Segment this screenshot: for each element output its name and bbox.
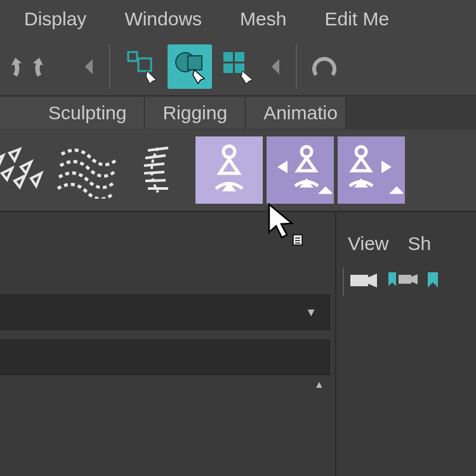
svg-marker-17 (2, 168, 12, 180)
svg-marker-41 (368, 274, 377, 288)
select-grid-button[interactable] (216, 44, 260, 89)
dropdown-field-1[interactable]: ▼ (0, 294, 330, 330)
svg-marker-38 (381, 161, 392, 173)
menu-edit-mesh[interactable]: Edit Me (305, 4, 408, 34)
svg-rect-7 (188, 56, 202, 70)
svg-marker-8 (193, 70, 204, 84)
svg-marker-5 (146, 71, 156, 84)
svg-rect-40 (350, 275, 368, 286)
main-toolbar (0, 38, 476, 95)
svg-marker-15 (0, 155, 3, 167)
viewport-panel: View Sh (335, 212, 476, 476)
chevron-down-icon: ▼ (305, 306, 317, 319)
svg-marker-20 (31, 173, 41, 186)
dropdown-field-2[interactable] (0, 340, 330, 375)
tab-rigging[interactable]: Rigging (145, 97, 246, 129)
svg-rect-10 (235, 52, 244, 62)
svg-rect-11 (223, 63, 233, 73)
panel-menu-view[interactable]: View (348, 233, 388, 255)
toolbar-separator (343, 268, 344, 296)
menu-windows[interactable]: Windows (105, 4, 221, 34)
separator-handle-icon[interactable] (264, 44, 287, 89)
camera-icon[interactable] (349, 271, 380, 293)
shelf-strip (0, 129, 476, 212)
shelf-wave-icon[interactable] (53, 136, 121, 204)
panel-menu-shading[interactable]: Sh (407, 233, 431, 255)
svg-marker-34 (322, 188, 329, 192)
redo-button[interactable] (29, 44, 74, 89)
svg-rect-3 (128, 52, 137, 61)
svg-marker-32 (298, 158, 315, 171)
svg-marker-13 (241, 71, 253, 84)
chevron-up-icon[interactable]: ▲ (314, 379, 324, 390)
toolbar-separator (296, 44, 297, 89)
svg-marker-43 (411, 274, 418, 284)
bookmark-icon[interactable] (424, 270, 443, 294)
menu-display[interactable]: Display (5, 4, 105, 34)
lower-area: ▼ ▲ View Sh (0, 212, 476, 476)
tab-animation[interactable]: Animatio (246, 97, 346, 129)
shelf-tabs: Sculpting Rigging Animatio (0, 95, 476, 129)
svg-marker-19 (15, 176, 25, 187)
svg-marker-14 (272, 59, 279, 74)
svg-line-25 (145, 180, 166, 181)
undo-button[interactable] (0, 44, 25, 89)
svg-point-31 (301, 147, 312, 157)
shelf-flock-icon[interactable] (0, 136, 50, 204)
menu-mesh[interactable]: Mesh (221, 4, 305, 34)
svg-marker-18 (21, 162, 31, 173)
svg-marker-2 (85, 59, 93, 74)
toolbar-separator (109, 44, 110, 89)
svg-point-35 (356, 147, 366, 157)
separator-handle-icon[interactable] (77, 44, 100, 89)
tab-sculpting[interactable]: Sculpting (0, 97, 145, 129)
shelf-spine-icon[interactable] (124, 136, 192, 204)
svg-rect-42 (399, 275, 411, 284)
svg-line-21 (148, 148, 168, 150)
shelf-ik-back-button[interactable] (338, 136, 405, 204)
svg-marker-36 (352, 158, 370, 171)
svg-line-24 (144, 172, 164, 173)
viewport-menubar: View Sh (336, 228, 476, 260)
main-menubar: Display Windows Mesh Edit Me (0, 0, 476, 38)
shelf-humanik-button[interactable] (195, 136, 263, 204)
svg-point-27 (223, 146, 235, 157)
svg-marker-28 (220, 159, 239, 173)
bookmark-camera-icon[interactable] (385, 270, 419, 294)
svg-marker-29 (225, 185, 233, 190)
svg-marker-30 (277, 161, 288, 173)
svg-marker-16 (10, 149, 20, 161)
svg-line-23 (144, 164, 164, 166)
select-circle-button[interactable] (168, 44, 212, 89)
attribute-panel: ▼ ▲ (0, 212, 322, 476)
shelf-ik-forward-button[interactable] (267, 136, 334, 204)
svg-line-22 (145, 155, 166, 158)
svg-rect-4 (138, 58, 151, 71)
viewport-toolbar (336, 266, 476, 298)
svg-marker-39 (393, 188, 400, 192)
svg-rect-9 (223, 52, 233, 62)
snap-button[interactable] (302, 44, 347, 89)
select-rect-button[interactable] (119, 44, 164, 89)
